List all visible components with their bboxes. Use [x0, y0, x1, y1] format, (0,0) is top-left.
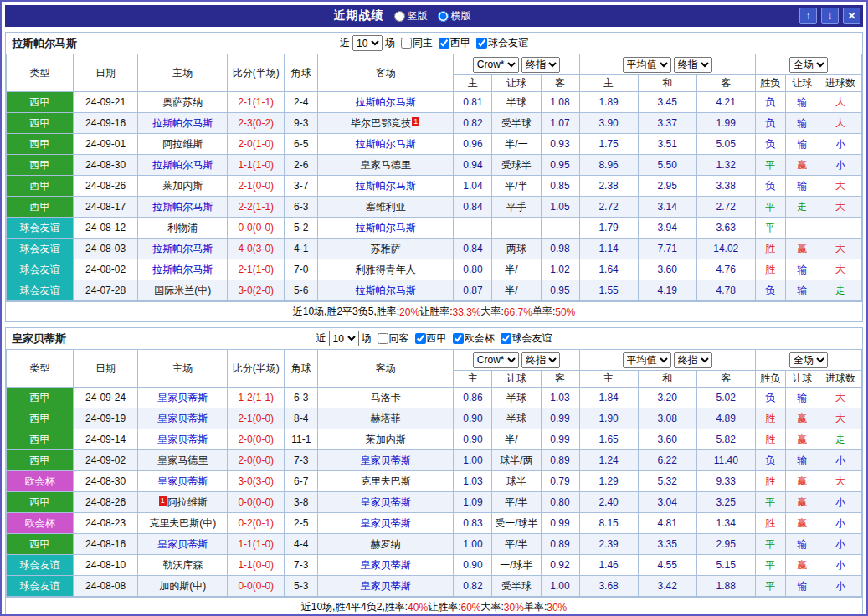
away-team[interactable]: 拉斯帕尔马斯: [318, 280, 454, 301]
filter-checkbox-input[interactable]: [415, 333, 426, 344]
filter-checkbox[interactable]: 同主: [398, 36, 433, 50]
filter-checkbox-input[interactable]: [501, 333, 511, 344]
away-team[interactable]: 皇家贝蒂斯: [318, 576, 454, 597]
avg-draw: 5.50: [638, 155, 696, 176]
home-team[interactable]: 拉斯帕尔马斯: [138, 113, 228, 134]
home-team[interactable]: 勒沃库森: [138, 555, 228, 576]
home-team[interactable]: 克里夫巴斯(中): [138, 513, 228, 534]
match-score: 4-0(3-0): [228, 239, 285, 259]
away-team[interactable]: 拉斯帕尔马斯: [318, 218, 454, 239]
layout-radio-vertical[interactable]: 竖版: [394, 9, 428, 23]
away-team[interactable]: 克里夫巴斯: [318, 471, 454, 492]
away-team[interactable]: 赫塔菲: [318, 408, 454, 429]
summary-value: 66.7%: [504, 306, 532, 318]
odds-final-select[interactable]: 终指: [521, 57, 560, 73]
near-label: 近: [316, 331, 326, 346]
filter-checkbox-input[interactable]: [439, 38, 449, 49]
avg-select[interactable]: 平均值: [623, 57, 671, 73]
odds-final-select[interactable]: 终指: [521, 352, 560, 368]
layout-radio-horizontal[interactable]: 横版: [438, 9, 471, 23]
away-team[interactable]: 皇家贝蒂斯: [318, 450, 454, 471]
home-team[interactable]: 国际米兰(中): [138, 280, 228, 301]
away-team[interactable]: 塞维利亚: [318, 197, 454, 218]
handicap-result-cell: 赢: [785, 513, 819, 534]
scroll-down-button[interactable]: ↓: [821, 8, 839, 24]
filter-checkbox-input[interactable]: [453, 333, 464, 344]
summary-value: 30%: [504, 602, 524, 613]
filter-checkbox[interactable]: 球会友谊: [497, 331, 552, 346]
filter-checkbox[interactable]: 同客: [374, 331, 409, 346]
team-label: 皇家贝蒂斯: [361, 496, 411, 508]
recent-count-select[interactable]: 10: [329, 331, 359, 346]
filter-checkbox[interactable]: 欧会杯: [449, 331, 495, 346]
filter-checkbox-input[interactable]: [476, 38, 487, 49]
away-team[interactable]: 皇家贝蒂斯: [318, 513, 454, 534]
filter-checkbox[interactable]: 球会友谊: [473, 36, 528, 50]
home-team[interactable]: 1阿拉维斯: [138, 492, 228, 513]
home-team[interactable]: 皇家贝蒂斯: [138, 534, 228, 555]
away-team[interactable]: 利雅得青年人: [318, 259, 454, 280]
away-team[interactable]: 皇家贝蒂斯: [318, 555, 454, 576]
corner-score: 6-7: [285, 471, 318, 492]
home-team[interactable]: 皇家贝蒂斯: [138, 429, 228, 450]
away-team[interactable]: 拉斯帕尔马斯: [318, 92, 454, 113]
home-team[interactable]: 利物浦: [138, 218, 228, 239]
odds-home: 0.86: [454, 388, 492, 408]
vertical-radio-input[interactable]: [394, 11, 405, 22]
away-team[interactable]: 皇家马德里: [318, 155, 454, 176]
home-team[interactable]: 皇家贝蒂斯: [138, 471, 228, 492]
away-team[interactable]: 拉斯帕尔马斯: [318, 176, 454, 197]
handicap-result-cell: 赢: [785, 408, 819, 429]
home-team[interactable]: 奥萨苏纳: [138, 92, 228, 113]
filter-checkbox-input[interactable]: [378, 333, 388, 344]
home-team[interactable]: 加的斯(中): [138, 576, 228, 597]
match-row: 西甲24-09-16拉斯帕尔马斯2-3(0-2)9-3毕尔巴鄂竞技10.82受半…: [7, 113, 862, 134]
avg-draw: 5.32: [638, 471, 696, 492]
avg-final-select[interactable]: 终指: [674, 57, 712, 73]
home-team[interactable]: 皇家贝蒂斯: [138, 388, 228, 408]
home-team[interactable]: 莱加内斯: [138, 176, 228, 197]
home-team[interactable]: 拉斯帕尔马斯: [138, 197, 228, 218]
odds-handicap: 半球: [492, 92, 541, 113]
filter-checkbox-input[interactable]: [401, 38, 412, 49]
result-cell: 负: [755, 280, 785, 301]
home-team[interactable]: 拉斯帕尔马斯: [138, 259, 228, 280]
match-row: 欧会杯24-08-30皇家贝蒂斯3-0(3-0)6-7克里夫巴斯1.03球半0.…: [7, 471, 862, 492]
filter-checkbox[interactable]: 西甲: [435, 36, 470, 50]
odds-company-select[interactable]: Crow*: [473, 57, 519, 73]
odds-handicap: 受球半: [492, 155, 541, 176]
avg-draw: 4.81: [638, 513, 696, 534]
match-date: 24-09-14: [74, 429, 138, 450]
team-label: 加的斯(中): [159, 580, 206, 592]
scope-select[interactable]: 全场: [789, 352, 828, 368]
recent-count-select[interactable]: 10: [352, 35, 383, 51]
odds-away: 1.03: [541, 388, 579, 408]
handicap-result-cell: 输: [785, 176, 819, 197]
match-type: 西甲: [7, 408, 74, 429]
away-team[interactable]: 苏雅萨: [318, 239, 454, 259]
team-label: 拉斯帕尔马斯: [152, 159, 213, 171]
home-team[interactable]: 皇家马德里: [138, 450, 228, 471]
home-team[interactable]: 阿拉维斯: [138, 134, 228, 155]
away-team[interactable]: 赫罗纳: [318, 534, 454, 555]
filter-checkbox[interactable]: 西甲: [412, 331, 447, 346]
away-team[interactable]: 马洛卡: [318, 388, 454, 408]
odds-company-select[interactable]: Crow*: [473, 352, 519, 368]
away-team[interactable]: 毕尔巴鄂竞技1: [318, 113, 454, 134]
avg-home: 2.38: [579, 176, 638, 197]
scope-select[interactable]: 全场: [789, 57, 828, 73]
close-button[interactable]: ✕: [843, 8, 860, 24]
home-team[interactable]: 皇家贝蒂斯: [138, 408, 228, 429]
away-team[interactable]: 皇家贝蒂斯: [318, 492, 454, 513]
avg-select[interactable]: 平均值: [623, 352, 671, 368]
scroll-up-button[interactable]: ↑: [799, 8, 817, 24]
home-team[interactable]: 拉斯帕尔马斯: [138, 239, 228, 259]
horizontal-radio-input[interactable]: [438, 11, 449, 22]
odds-handicap: 半/一: [492, 259, 541, 280]
avg-final-select[interactable]: 终指: [674, 352, 712, 368]
match-score: 1-1(1-0): [228, 534, 285, 555]
home-team[interactable]: 拉斯帕尔马斯: [138, 155, 228, 176]
corner-score: 5-6: [285, 280, 318, 301]
away-team[interactable]: 莱加内斯: [318, 429, 454, 450]
away-team[interactable]: 拉斯帕尔马斯: [318, 134, 454, 155]
